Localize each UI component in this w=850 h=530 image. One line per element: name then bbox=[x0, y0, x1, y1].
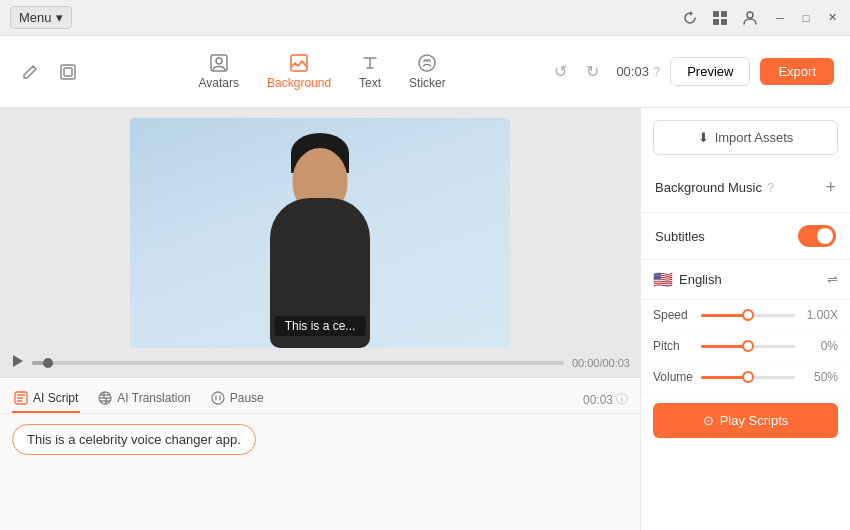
add-bg-music-button[interactable]: + bbox=[825, 177, 836, 198]
export-button[interactable]: Export bbox=[760, 58, 834, 85]
text-label: Text bbox=[359, 76, 381, 90]
titlebar: Menu ▾ ─ □ ✕ bbox=[0, 0, 850, 36]
volume-slider[interactable] bbox=[701, 376, 795, 379]
video-container: This is a ce... bbox=[130, 118, 510, 348]
preview-button[interactable]: Preview bbox=[670, 57, 750, 86]
tab-ai-script[interactable]: AI Script bbox=[12, 386, 80, 413]
time-value: 00:03 bbox=[616, 64, 649, 79]
ai-script-label: AI Script bbox=[33, 391, 78, 405]
bg-music-label: Background Music ? bbox=[655, 180, 774, 195]
import-label: Import Assets bbox=[715, 130, 794, 145]
edit-icon[interactable] bbox=[16, 58, 44, 86]
editor-tabs: AI Script AI Translation bbox=[0, 378, 640, 414]
window-controls: ─ □ ✕ bbox=[772, 10, 840, 26]
redo-button[interactable]: ↻ bbox=[578, 58, 606, 86]
bg-music-help-icon: ? bbox=[767, 180, 774, 195]
undo-button[interactable]: ↺ bbox=[546, 58, 574, 86]
tab-duration: 00:03 ⓘ bbox=[583, 391, 628, 408]
toolbar-center: Avatars Background Text Sticker bbox=[106, 53, 538, 90]
minimize-button[interactable]: ─ bbox=[772, 10, 788, 26]
speed-row: Speed 1.00X bbox=[641, 300, 850, 331]
voice-panel: 🇺🇸 English ⇌ Speed 1.00X Pitch bbox=[641, 260, 850, 530]
duration-value: 00:03 bbox=[583, 393, 613, 407]
tab-ai-translation[interactable]: AI Translation bbox=[96, 386, 192, 413]
language-row: 🇺🇸 English ⇌ bbox=[641, 260, 850, 300]
speed-slider[interactable] bbox=[701, 314, 795, 317]
pause-label: Pause bbox=[230, 391, 264, 405]
editor-panel: AI Script AI Translation bbox=[0, 377, 640, 530]
volume-fill bbox=[701, 376, 748, 379]
progress-bar[interactable] bbox=[32, 361, 564, 365]
svg-rect-3 bbox=[721, 19, 727, 25]
main-area: This is a ce... 00:00/00:03 bbox=[0, 108, 850, 530]
subtitle-overlay: This is a ce... bbox=[275, 316, 366, 336]
menu-button[interactable]: Menu ▾ bbox=[10, 6, 72, 29]
language-label: English bbox=[679, 272, 722, 287]
grid-icon[interactable] bbox=[712, 10, 728, 26]
sticker-label: Sticker bbox=[409, 76, 446, 90]
editor-content: This is a celebrity voice changer app. bbox=[0, 414, 640, 530]
video-area: This is a ce... bbox=[0, 108, 640, 348]
time-display: 00:03 ? bbox=[616, 64, 660, 79]
progress-thumb bbox=[43, 358, 53, 368]
toggle-thumb bbox=[817, 228, 833, 244]
script-text[interactable]: This is a celebrity voice changer app. bbox=[12, 424, 256, 455]
svg-rect-5 bbox=[61, 65, 75, 79]
speed-fill bbox=[701, 314, 748, 317]
svg-point-14 bbox=[212, 392, 224, 404]
tab-sticker[interactable]: Sticker bbox=[409, 53, 446, 90]
bg-music-header: Background Music ? + bbox=[655, 177, 836, 198]
flag-icon: 🇺🇸 bbox=[653, 270, 673, 289]
layers-icon[interactable] bbox=[54, 58, 82, 86]
menu-label: Menu bbox=[19, 10, 52, 25]
svg-rect-2 bbox=[713, 19, 719, 25]
toolbar: Avatars Background Text Sticker ↺ ↻ bbox=[0, 36, 850, 108]
bg-music-section: Background Music ? + bbox=[641, 167, 850, 213]
tab-background[interactable]: Background bbox=[267, 53, 331, 90]
play-button[interactable] bbox=[10, 354, 24, 371]
help-icon: ? bbox=[653, 64, 660, 79]
tab-avatars[interactable]: Avatars bbox=[199, 53, 239, 90]
subtitles-row: Subtitles bbox=[641, 213, 850, 260]
swap-icon[interactable]: ⇌ bbox=[827, 272, 838, 287]
svg-point-10 bbox=[419, 55, 435, 71]
pitch-thumb bbox=[742, 340, 754, 352]
svg-rect-1 bbox=[721, 11, 727, 17]
tab-pause[interactable]: Pause bbox=[209, 386, 266, 413]
tab-text[interactable]: Text bbox=[359, 53, 381, 90]
play-scripts-label: Play Scripts bbox=[720, 413, 789, 428]
toolbar-left bbox=[16, 58, 82, 86]
user-icon[interactable] bbox=[742, 10, 758, 26]
close-button[interactable]: ✕ bbox=[824, 10, 840, 26]
info-icon: ⓘ bbox=[616, 391, 628, 408]
language-left: 🇺🇸 English bbox=[653, 270, 722, 289]
toolbar-right: ↺ ↻ 00:03 ? Preview Export bbox=[546, 57, 834, 86]
avatars-label: Avatars bbox=[199, 76, 239, 90]
titlebar-right: ─ □ ✕ bbox=[682, 10, 840, 26]
import-assets-button[interactable]: ⬇ Import Assets bbox=[653, 120, 838, 155]
speed-value: 1.00X bbox=[803, 308, 838, 322]
right-panel: ⬇ Import Assets Background Music ? + Sub… bbox=[640, 108, 850, 530]
pitch-fill bbox=[701, 345, 748, 348]
refresh-icon[interactable] bbox=[682, 10, 698, 26]
maximize-button[interactable]: □ bbox=[798, 10, 814, 26]
svg-point-8 bbox=[216, 58, 222, 64]
play-scripts-button[interactable]: ⊙ Play Scripts bbox=[653, 403, 838, 438]
subtitle-text: This is a ce... bbox=[285, 319, 356, 333]
download-icon: ⬇ bbox=[698, 130, 709, 145]
chevron-down-icon: ▾ bbox=[56, 10, 63, 25]
video-time: 00:00/00:03 bbox=[572, 357, 630, 369]
volume-row: Volume 50% bbox=[641, 362, 850, 393]
ai-translation-label: AI Translation bbox=[117, 391, 190, 405]
subtitles-label: Subtitles bbox=[655, 229, 705, 244]
subtitles-toggle[interactable] bbox=[798, 225, 836, 247]
titlebar-left: Menu ▾ bbox=[10, 6, 72, 29]
volume-thumb bbox=[742, 371, 754, 383]
pitch-slider[interactable] bbox=[701, 345, 795, 348]
svg-rect-0 bbox=[713, 11, 719, 17]
speed-label: Speed bbox=[653, 308, 693, 322]
speed-thumb bbox=[742, 309, 754, 321]
svg-rect-6 bbox=[64, 68, 72, 76]
pitch-row: Pitch 0% bbox=[641, 331, 850, 362]
background-label: Background bbox=[267, 76, 331, 90]
